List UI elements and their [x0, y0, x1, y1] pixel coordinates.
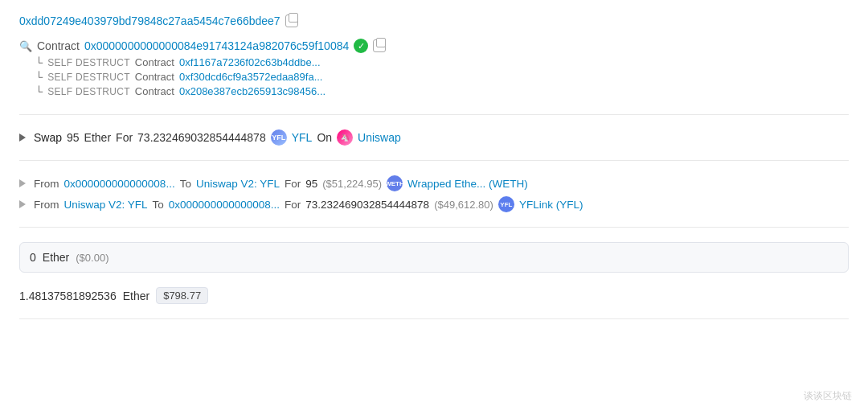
- transfer-usd: ($51,224.95): [322, 178, 382, 190]
- swap-on-label: On: [317, 131, 332, 144]
- swap-token-in-label: Ether: [84, 131, 111, 144]
- fee-usd-badge: $798.77: [156, 287, 208, 304]
- transfer-amount: 95: [305, 178, 317, 190]
- value-usd: ($0.00): [76, 252, 108, 264]
- transfer-expand-icon[interactable]: [19, 200, 26, 208]
- swap-amount-in: 95: [67, 131, 80, 144]
- self-destruct-type: Contract: [135, 56, 174, 68]
- token-icon: WETH: [387, 175, 403, 191]
- swap-amount-out: 73.232469032854444878: [137, 131, 266, 144]
- copy-icon[interactable]: [285, 14, 298, 27]
- self-destruct-tree: └: [35, 85, 43, 97]
- uniswap-icon: 🦄: [337, 129, 353, 146]
- from-label: From: [34, 199, 59, 211]
- self-destruct-label: SELF DESTRUCT: [47, 86, 130, 97]
- value-unit: Ether: [43, 251, 69, 264]
- expand-icon[interactable]: [19, 134, 26, 142]
- uniswap-platform-link[interactable]: Uniswap: [358, 131, 401, 144]
- token-icon: YFL: [498, 196, 514, 212]
- to-label: To: [153, 199, 164, 211]
- self-destruct-label: SELF DESTRUCT: [47, 72, 130, 83]
- contract-label: Contract: [37, 39, 80, 52]
- contract-copy-icon[interactable]: [373, 39, 386, 52]
- value-amount: 0: [30, 251, 36, 264]
- swap-action-label: Swap: [34, 131, 62, 144]
- to-address[interactable]: 0x000000000000008...: [169, 199, 280, 211]
- from-address[interactable]: Uniswap V2: YFL: [64, 199, 148, 211]
- to-address[interactable]: Uniswap V2: YFL: [196, 178, 280, 190]
- self-destruct-address[interactable]: 0x208e387ecb265913c98456...: [179, 85, 326, 97]
- self-destruct-row: └ SELF DESTRUCT Contract 0xf30dcd6cf9a35…: [19, 71, 849, 83]
- verified-icon: ✓: [354, 39, 368, 53]
- tx-hash-link[interactable]: 0xdd07249e403979bd79848c27aa5454c7e66bde…: [19, 14, 280, 27]
- swap-for-label: For: [116, 131, 133, 144]
- self-destruct-tree: └: [35, 56, 43, 68]
- self-destruct-row: └ SELF DESTRUCT Contract 0xf1167a7236f02…: [19, 56, 849, 68]
- self-destruct-type: Contract: [135, 71, 174, 83]
- fee-amount: 1.48137581892536: [19, 290, 117, 302]
- transfer-expand-icon[interactable]: [19, 179, 26, 187]
- from-label: From: [34, 178, 59, 190]
- transfer-row: From Uniswap V2: YFL To 0x00000000000000…: [19, 196, 849, 212]
- self-destruct-type: Contract: [135, 85, 174, 97]
- transfer-usd: ($49,612.80): [434, 199, 493, 211]
- transfer-amount: 73.232469032854444878: [305, 199, 429, 211]
- self-destruct-row: └ SELF DESTRUCT Contract 0x208e387ecb265…: [19, 85, 849, 97]
- self-destruct-label: SELF DESTRUCT: [47, 57, 130, 68]
- for-label: For: [285, 199, 301, 211]
- to-label: To: [180, 178, 191, 190]
- yfl-token-icon: YFL: [271, 129, 287, 146]
- token-name-link[interactable]: YFLink (YFL): [519, 199, 583, 211]
- search-icon: 🔍: [19, 39, 32, 52]
- self-destruct-tree: └: [35, 71, 43, 83]
- transfer-row: From 0x000000000000008... To Uniswap V2:…: [19, 175, 849, 191]
- contract-address-link[interactable]: 0x0000000000000084e91743124a982076c59f10…: [84, 39, 349, 52]
- fee-unit: Ether: [123, 290, 149, 302]
- swap-token-out-link[interactable]: YFL: [292, 131, 313, 144]
- for-label: For: [285, 178, 301, 190]
- self-destruct-address[interactable]: 0xf30dcd6cf9a3572edaa89fa...: [179, 71, 323, 83]
- from-address[interactable]: 0x000000000000008...: [64, 178, 175, 190]
- token-name-link[interactable]: Wrapped Ethe... (WETH): [407, 178, 528, 190]
- self-destruct-address[interactable]: 0xf1167a7236f02c63b4ddbe...: [179, 56, 321, 68]
